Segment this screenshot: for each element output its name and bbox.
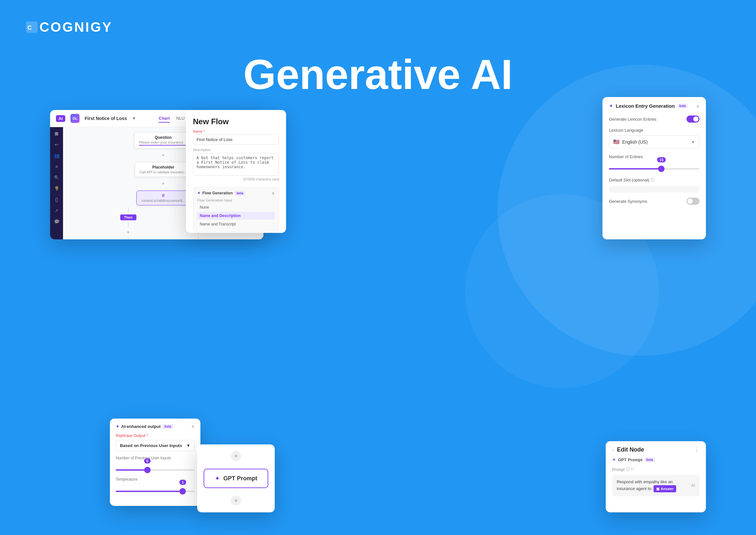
sidebar-search-icon[interactable]: 🔍 [54,175,60,180]
sidebar-code-icon[interactable]: {} [55,197,58,202]
entries-thumb-label: 15 [657,157,665,162]
synonyms-row: Generate Synonyms [609,198,699,205]
conn-then2 [128,222,129,227]
desc-label: Description [193,148,279,152]
sidebar-arrow-icon[interactable]: ↩ [55,142,59,147]
prompt-section-label: Prompt ⓘ * [612,467,699,472]
sidebar-grid-icon[interactable]: ⊞ [55,131,59,136]
add-node-1[interactable]: + [162,152,165,158]
generate-entries-label: Generate Lexicon Entries [609,117,657,122]
temp-fill [116,491,183,492]
default-slot-label: Default Slot (optional) ⓘ [609,177,699,183]
option-name-desc[interactable]: Name and Description [197,212,275,220]
flow-input-label: Flow Generation Input [197,198,275,202]
option-name-transcript[interactable]: Name and Transcript [197,220,275,228]
prompt-text: Respond with empathy like an insurance a… [617,479,691,492]
edit-node-title: Edit Node [617,446,644,453]
lexicon-title-row: ✦ Lexicon Entry Generation beta [609,103,688,109]
temp-thumb[interactable]: 1 [179,488,186,494]
nav-back-icon[interactable]: ‹ [612,447,614,453]
flow-name: First Notice of Loss [85,116,127,121]
language-value: English (US) [622,139,648,145]
add-above-button[interactable]: + [231,451,241,461]
add-node-2[interactable]: + [162,181,165,187]
new-flow-card: New Flow Name * Description A bot that h… [186,110,286,233]
add-below-button[interactable]: + [231,495,241,506]
gpt-label: GPT Prompt [223,475,257,482]
language-select[interactable]: 🇺🇸 English (US) ▼ [609,135,699,149]
gpt-prompt-box[interactable]: ✦ GPT Prompt [203,469,268,488]
option-none[interactable]: None [197,204,275,211]
sidebar-users-icon[interactable]: 👥 [54,153,60,158]
lexicon-card: ✦ Lexicon Entry Generation beta ∧ Genera… [603,97,706,239]
default-slot-input[interactable] [609,186,699,192]
if-node: If context.isValidInsuranceN... [136,190,190,205]
edit-node-menu-icon[interactable]: ⋮ [694,447,699,453]
sidebar-list-icon[interactable]: ≡ [55,164,58,169]
flow-gen-options: None Name and Description Name and Trans… [197,204,275,228]
lexicon-header: ✦ Lexicon Entry Generation beta ∧ [609,103,699,109]
rephrase-dropdown-icon: ▼ [186,443,190,448]
lexicon-collapse-icon[interactable]: ∧ [696,103,699,109]
rephrase-value: Based on Previous User Inputs [120,443,182,448]
add-then[interactable]: + [127,229,130,235]
rephrase-select[interactable]: Based on Previous User Inputs ▼ [116,440,195,451]
ai-output-header: ✦ AI-enhanced output beta ∧ [116,424,195,429]
synonyms-toggle[interactable] [687,198,699,205]
tab-chart[interactable]: Chart [159,115,170,123]
flow-gen-header: ✦ Flow Generation beta ∧ [197,190,275,196]
new-flow-form: Name * Description A bot that helps cust… [186,129,286,187]
then-branch: Then + Question Please provide details a… [99,207,157,239]
gl-avatar: GL [70,114,79,123]
edit-spark-icon: ✦ [612,457,616,462]
lexicon-beta-badge: beta [677,103,688,108]
tab-nlu[interactable]: NLU [176,115,185,123]
ai-corner-icon: AI [691,483,695,489]
conn-then [128,207,129,212]
gpt-spark-icon: ✦ [215,474,220,482]
prev-inputs-thumb[interactable]: 5 [144,467,150,473]
prompt-box: Respond with empathy like an insurance a… [612,475,699,496]
new-flow-title: New Flow [186,110,286,129]
desc-textarea[interactable]: A bot that helps customers report a Firs… [193,153,279,176]
entries-label: Number of Entries [609,154,699,159]
logo-icon-svg: c [26,21,38,33]
prev-inputs-thumb-label: 5 [144,458,150,464]
sidebar-chat2-icon[interactable]: 💬 [54,219,60,224]
rephrase-label: Rephrase Output * [116,434,195,438]
svg-text:c: c [27,25,33,31]
ai-output-collapse-icon[interactable]: ∧ [191,424,195,429]
gen-collapse-icon[interactable]: ∧ [272,190,275,196]
conn-then3 [128,237,129,239]
ai-output-title: ✦ AI-enhanced output beta [116,424,173,429]
entries-slider-fill [609,168,661,169]
gen-spark-icon: ✦ [197,191,201,195]
ai-output-beta-badge: beta [163,424,173,429]
ai-output-card: ✦ AI-enhanced output beta ∧ Rephrase Out… [110,419,201,506]
language-dropdown-icon: ▼ [691,139,695,145]
prev-inputs-slider: 5 [116,469,195,471]
edit-node-nav: ‹ Edit Node [612,446,644,453]
edit-beta-badge: beta [644,457,655,462]
slot-info-icon: ⓘ [651,177,655,183]
edit-node-card: ‹ Edit Node ⋮ ✦ GPT Prompt beta Prompt ⓘ… [606,441,706,512]
synonyms-label: Generate Synonyms [609,199,647,204]
lexicon-spark-icon: ✦ [609,103,613,109]
flow-gen-title: ✦ Flow Generation beta [197,191,245,196]
sidebar-export-icon[interactable]: ↗ [55,208,59,213]
conn-else3 [198,237,199,239]
flow-gen-section: ✦ Flow Generation beta ∧ Flow Generation… [193,187,279,232]
sidebar-bulb-icon[interactable]: 💡 [54,186,60,191]
form-footer: Cancel + Create [186,232,286,233]
prev-inputs-fill [116,469,148,471]
prev-inputs-label: Number of Previous User Inputs [116,456,195,460]
entries-slider-track: 15 [609,168,699,169]
generate-entries-toggle[interactable] [687,116,699,123]
gpt-prompt-badge: ✦ GPT Prompt beta [612,457,699,462]
prompt-required-star: * [631,467,633,472]
name-input[interactable] [193,134,279,145]
logo-text: COGNIGY [40,19,113,35]
entries-slider: Number of Entries 15 [609,154,699,169]
gpt-prompt-label: GPT Prompt [618,457,642,462]
entries-slider-thumb[interactable]: 15 [658,166,664,172]
